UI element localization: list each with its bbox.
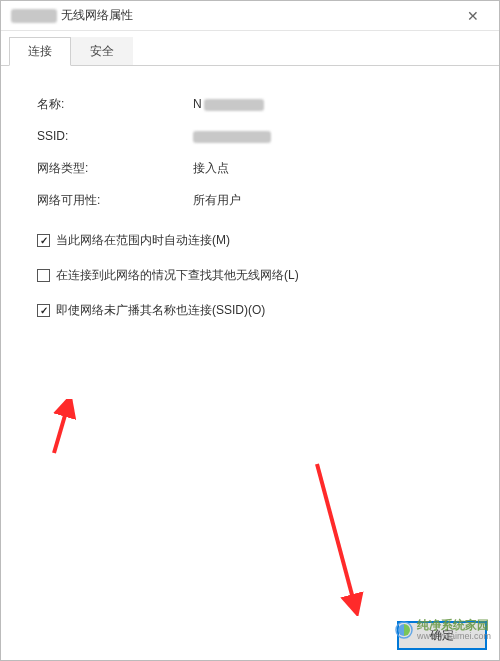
tab-label: 连接 [28, 44, 52, 58]
checkbox-section: 当此网络在范围内时自动连接(M) 在连接到此网络的情况下查找其他无线网络(L) … [37, 232, 471, 319]
checkbox-auto-connect[interactable]: 当此网络在范围内时自动连接(M) [37, 232, 471, 249]
close-button[interactable]: ✕ [453, 2, 493, 30]
row-ssid: SSID: [37, 126, 471, 146]
button-label: 确定 [430, 628, 454, 642]
row-name: 名称: N [37, 94, 471, 114]
checkbox-label: 在连接到此网络的情况下查找其他无线网络(L) [56, 267, 299, 284]
tab-content: 名称: N SSID: 网络类型: 接入点 网络可用性: 所有用户 当此网络在范… [1, 66, 499, 613]
availability-label: 网络可用性: [37, 192, 193, 209]
tab-strip: 连接 安全 [1, 31, 499, 66]
dialog-window: 无线网络属性 ✕ 连接 安全 名称: N SSID: 网络类型: 接入点 [0, 0, 500, 661]
network-type-value: 接入点 [193, 160, 229, 177]
row-availability: 网络可用性: 所有用户 [37, 190, 471, 210]
ok-button[interactable]: 确定 [397, 621, 487, 650]
checkbox-icon [37, 304, 50, 317]
checkbox-icon [37, 269, 50, 282]
checkbox-icon [37, 234, 50, 247]
availability-value: 所有用户 [193, 192, 241, 209]
ssid-value [193, 129, 271, 143]
titlebar: 无线网络属性 ✕ [1, 1, 499, 31]
tab-security[interactable]: 安全 [71, 37, 133, 65]
row-network-type: 网络类型: 接入点 [37, 158, 471, 178]
name-label: 名称: [37, 96, 193, 113]
name-value: N [193, 97, 264, 111]
ssid-redacted [193, 131, 271, 143]
network-type-label: 网络类型: [37, 160, 193, 177]
checkbox-find-other-networks[interactable]: 在连接到此网络的情况下查找其他无线网络(L) [37, 267, 471, 284]
name-redacted [204, 99, 264, 111]
checkbox-label: 当此网络在范围内时自动连接(M) [56, 232, 230, 249]
tab-label: 安全 [90, 44, 114, 58]
button-bar: 确定 [1, 613, 499, 660]
tab-connection[interactable]: 连接 [9, 37, 71, 66]
ssid-label: SSID: [37, 129, 193, 143]
checkbox-connect-hidden-ssid[interactable]: 即使网络未广播其名称也连接(SSID)(O) [37, 302, 471, 319]
close-icon: ✕ [467, 8, 479, 24]
title-redacted [11, 9, 57, 23]
window-title: 无线网络属性 [61, 7, 453, 24]
checkbox-label: 即使网络未广播其名称也连接(SSID)(O) [56, 302, 265, 319]
name-prefix: N [193, 97, 202, 111]
